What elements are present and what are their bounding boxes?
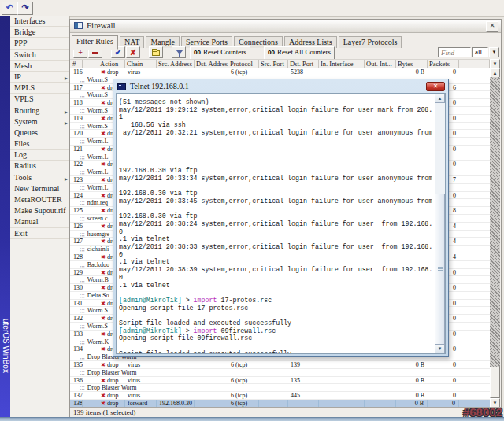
column-header-protocol[interactable]: Protocol (228, 60, 259, 68)
telnet-titlebar[interactable]: Telnet 192.168.0.1 ✕ (116, 82, 446, 93)
rule-row-135[interactable]: 135✖dropvirus6 (tcp)1390 B0 (70, 361, 491, 369)
sidebar-item-mesh[interactable]: Mesh (10, 61, 69, 72)
sidebar-item-vpls[interactable]: VPLS (10, 94, 69, 105)
cell-n: 128 (71, 253, 83, 261)
sidebar-item-queues[interactable]: Queues (10, 127, 69, 138)
terminal-segment: ay/12/2011 20:32:21 system,error,critica… (119, 129, 432, 136)
column-header-src-port[interactable]: Src. Port (259, 60, 288, 68)
column-header--[interactable]: # (71, 60, 83, 68)
sidebar-item-label: Interfaces (14, 17, 45, 25)
column-header-blank-1[interactable] (83, 60, 98, 68)
column-header-dst-port[interactable]: Dst. Port (288, 60, 319, 68)
terminal-line: may/12/2011 19:29:12 system,error,critic… (119, 106, 432, 114)
rule-row-116[interactable]: 116✖dropvirus6 (tcp)52380 B0 (70, 68, 491, 76)
sidebar-item-files[interactable]: Files (10, 138, 69, 150)
column-header-dst-address[interactable]: Dst. Address (195, 60, 228, 68)
cell-src (157, 377, 195, 385)
terminal-segment: 192.168.0.30 via ftp (119, 167, 198, 174)
sidebar-item-exit[interactable]: Exit (10, 228, 69, 239)
terminal-scroll-down-button[interactable]: ▼ (435, 344, 445, 353)
column-picker-button[interactable]: ▼ (490, 59, 500, 68)
sidebar-item-manual[interactable]: Manual (10, 216, 69, 227)
column-header-action[interactable]: Action (98, 60, 125, 68)
sidebar-item-tools[interactable]: Tools▸ (10, 172, 69, 183)
cell-src (157, 361, 195, 369)
cell-n: 135 (71, 361, 83, 369)
cell-ii (319, 392, 365, 400)
terminal-segment: may/12/2011 20:38:24 system,error,critic… (119, 220, 432, 227)
sidebar-item-label: System (14, 117, 37, 126)
terminal-scrollbar-thumb[interactable] (435, 194, 445, 345)
filter-scope-dropdown-button[interactable]: ▼ (489, 47, 499, 57)
watermark: #68002 (463, 405, 502, 419)
comment-row[interactable]: ;;;Drop Blaster Worm (70, 384, 491, 392)
redo-button[interactable]: ↷ (17, 2, 33, 15)
sidebar-item-switch[interactable]: Switch (10, 50, 69, 61)
comment-prefix: ;;; (80, 292, 85, 299)
undo-button[interactable]: ↶ (2, 2, 17, 15)
sidebar-item-new-terminal[interactable]: New Terminal (10, 183, 69, 194)
terminal-content[interactable]: (51 messages not shown)may/12/2011 19:29… (116, 93, 446, 354)
sidebar-item-mpls[interactable]: MPLS (10, 83, 69, 94)
column-header-in-interface[interactable]: In. Interface (319, 60, 365, 68)
terminal-segment: 0 (119, 228, 123, 235)
terminal-line: (51 messages not shown) (119, 98, 432, 106)
column-header-packets[interactable]: Packets (428, 60, 459, 68)
terminal-line: may/12/2011 20:38:39 system,error,critic… (119, 266, 432, 274)
sidebar-menu: InterfacesBridgePPPSwitchMeshIP▸MPLSVPLS… (10, 16, 70, 418)
cell-dst (195, 377, 228, 385)
rule-row-136[interactable]: 136✖dropvirus6 (tcp)1350 B0 (70, 377, 491, 385)
terminal-segment: [admin@MikroTik] (119, 327, 182, 334)
rule-comment: ;;;ndm.req (80, 199, 108, 207)
column-header-blank-13[interactable] (459, 60, 490, 68)
firewall-close-button[interactable]: ✕ (486, 21, 498, 32)
sidebar-item-bridge[interactable]: Bridge (10, 27, 69, 38)
rule-row-137[interactable]: 137✖dropvirus6 (tcp)4450 B0 (70, 392, 491, 400)
terminal-segment: > (182, 327, 194, 334)
tab-filter-rules[interactable]: Filter Rules (72, 35, 118, 50)
cell-pk: 0 (428, 377, 459, 385)
scrollbar-track[interactable] (490, 77, 500, 367)
folder-icon (152, 50, 160, 56)
drop-action-icon: ✖ (101, 270, 106, 275)
rule-comment: ;;;huomgre (80, 231, 109, 238)
sidebar-item-ppp[interactable]: PPP (10, 38, 69, 49)
sidebar-item-log[interactable]: Log (10, 150, 69, 161)
sidebar-item-radius[interactable]: Radius (10, 161, 69, 172)
telnet-close-button[interactable]: ✕ (426, 82, 445, 91)
reset-counters-button[interactable]: 00Reset Counters (190, 46, 250, 60)
find-input[interactable] (438, 47, 471, 57)
sidebar-item-routing[interactable]: Routing▸ (10, 105, 69, 116)
comment-row[interactable]: ;;;Drop Blaster Worm (70, 369, 491, 377)
column-header-src-address[interactable]: Src. Address (157, 60, 195, 68)
sidebar-item-label: Switch (14, 50, 36, 59)
disable-rule-button[interactable]: ✘ (126, 46, 140, 58)
reset-all-counters-button[interactable]: 00Reset All Counters (264, 46, 335, 60)
terminal-line: Opening script file 17-protos.rsc (119, 305, 432, 312)
terminal-scroll-up-button[interactable]: ▲ (435, 94, 445, 103)
terminal-line: 192.168.0.30 via ftp (119, 190, 432, 198)
firewall-titlebar[interactable]: Firewall ✕ (70, 20, 501, 33)
column-header-bytes[interactable]: Bytes (396, 60, 428, 68)
column-header-chain[interactable]: Chain (125, 60, 157, 68)
sidebar-item-label: New Terminal (14, 184, 59, 193)
cell-sp (259, 392, 288, 400)
table-header-row: #ActionChainSrc. AddressDst. AddressProt… (70, 59, 491, 68)
sidebar-item-interfaces[interactable]: Interfaces (10, 16, 69, 27)
filter-scope-select[interactable]: all (472, 47, 488, 57)
undo-icon: ↶ (6, 2, 13, 12)
cell-src (157, 392, 195, 400)
cell-dp: 139 (288, 361, 319, 369)
sidebar-item-system[interactable]: System▸ (10, 116, 69, 127)
status-bar: 139 items (1 selected) (70, 407, 501, 417)
filter-button[interactable] (172, 46, 186, 58)
sidebar-item-make-supout-rif[interactable]: Make Supout.rif (10, 205, 69, 216)
scrollbar-thumb[interactable] (490, 367, 500, 398)
terminal-segment: Opening script file 09firewall.rsc (119, 334, 252, 342)
sidebar-item-ip[interactable]: IP▸ (10, 72, 69, 83)
comment-button[interactable] (149, 46, 163, 58)
cell-sp (259, 68, 288, 76)
sidebar-item-metarouter[interactable]: MetaROUTER (10, 194, 69, 205)
terminal-line: [admin@MikroTik] > import 09firewall.rsc (119, 327, 432, 335)
column-header-out-int-[interactable]: Out. Int... (365, 60, 396, 68)
